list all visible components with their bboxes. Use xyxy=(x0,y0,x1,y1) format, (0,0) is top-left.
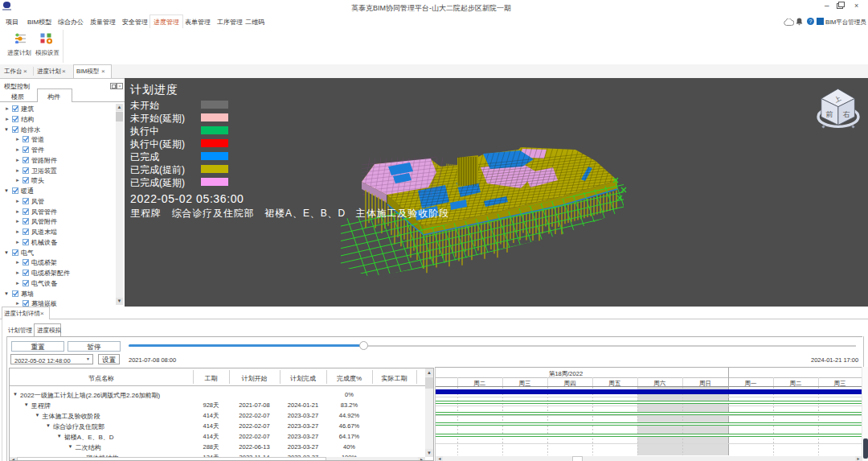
svg-text:前: 前 xyxy=(826,110,833,118)
svg-text:右: 右 xyxy=(842,110,850,118)
